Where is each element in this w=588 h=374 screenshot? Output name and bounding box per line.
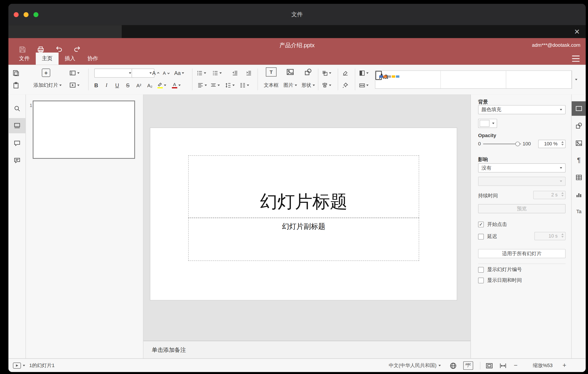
chat-button[interactable] [11, 154, 23, 166]
insert-textbox-label[interactable]: 文本框 [262, 80, 280, 90]
close-icon[interactable]: × [572, 25, 582, 38]
insert-shape-button[interactable] [301, 67, 316, 77]
slide-size-button[interactable] [359, 80, 369, 90]
decrease-indent-button[interactable] [232, 68, 238, 78]
image-settings-button[interactable] [573, 137, 585, 149]
background-fill-select[interactable]: 颜色填充 [478, 105, 566, 114]
chevron-down-icon [329, 85, 331, 86]
font-color-button[interactable]: A [172, 80, 181, 90]
transition-type-select[interactable] [478, 177, 566, 186]
language-selector[interactable]: 中文(中华人民共和国) [389, 359, 441, 372]
opacity-slider-handle[interactable] [515, 142, 520, 146]
decrease-font-size-button[interactable]: A [163, 68, 170, 78]
show-date-time-checkbox[interactable] [478, 277, 484, 283]
add-slide-label-dropdown[interactable]: 添加幻灯片 [33, 80, 62, 90]
apply-to-all-slides-button[interactable]: 适用于所有幻灯片 [478, 249, 566, 258]
theme-item-3[interactable] [506, 71, 572, 88]
slide-thumbnail-1[interactable] [33, 100, 135, 159]
align-shapes-button[interactable] [322, 80, 331, 90]
increase-font-size-button[interactable]: A [152, 68, 160, 78]
table-settings-button[interactable] [573, 171, 585, 183]
clear-style-button[interactable] [342, 68, 348, 78]
theme-item-2[interactable] [441, 71, 506, 88]
change-layout-button[interactable] [69, 68, 80, 78]
search-button[interactable] [11, 102, 23, 115]
transition-effect-select[interactable]: 没有 [478, 163, 566, 173]
horizontal-align-button[interactable] [198, 80, 207, 90]
copy-button[interactable] [12, 68, 20, 78]
delay-checkbox[interactable] [478, 233, 484, 239]
tab-insert[interactable]: 插入 [59, 53, 81, 65]
start-preview-control[interactable] [13, 359, 25, 372]
paragraph-icon: ¶ [577, 157, 581, 164]
underline-button[interactable]: U [114, 80, 121, 90]
insert-shape-label[interactable]: 形状 [301, 80, 316, 90]
change-case-button[interactable]: Aa [174, 68, 184, 78]
copy-style-button[interactable] [342, 80, 348, 90]
subscript-button[interactable]: A₂ [146, 80, 154, 90]
slides-panel-button[interactable] [8, 118, 26, 133]
numbering-button[interactable] [212, 68, 222, 78]
eraser-icon [342, 70, 348, 76]
slide-size-icon [359, 82, 365, 88]
spellcheck-button[interactable]: ABC ✓ [463, 359, 473, 372]
italic-button[interactable]: I [103, 80, 110, 90]
show-slide-number-checkbox[interactable] [478, 267, 484, 273]
spinner-arrows[interactable] [561, 233, 564, 238]
chevron-down-icon [560, 180, 562, 182]
chevron-down-icon [218, 85, 220, 86]
zoom-in-button[interactable]: + [563, 359, 566, 372]
start-slideshow-button[interactable] [69, 80, 80, 90]
shape-settings-button[interactable] [573, 120, 585, 132]
zoom-level[interactable]: 缩放%53 [526, 359, 560, 372]
arrange-shapes-button[interactable] [322, 68, 331, 78]
delay-spinner[interactable]: 10 s [534, 232, 566, 240]
fit-slide-button[interactable] [486, 359, 493, 372]
vertical-align-button[interactable] [210, 80, 220, 90]
columns-button[interactable] [240, 80, 249, 90]
font-size-combo[interactable] [132, 68, 154, 78]
paragraph-settings-button[interactable]: ¶ [573, 154, 585, 166]
hamburger-menu-icon[interactable] [572, 56, 580, 62]
zoom-out-button[interactable]: − [514, 359, 518, 372]
increase-indent-button[interactable] [246, 68, 252, 78]
tab-collaboration[interactable]: 协作 [81, 53, 104, 65]
add-slide-button[interactable]: + [42, 68, 50, 78]
strikeout-button[interactable]: S [125, 80, 131, 90]
subtitle-placeholder[interactable]: 幻灯片副标题 [188, 218, 419, 261]
bullets-button[interactable] [197, 68, 206, 78]
notes-placeholder[interactable]: 单击添加备注 [152, 341, 186, 359]
superscript-button[interactable]: A² [135, 80, 143, 90]
tab-home[interactable]: 主页 [36, 53, 59, 65]
bullet-list-icon [197, 70, 203, 76]
title-placeholder[interactable]: 幻灯片标题 [188, 155, 419, 218]
spinner-arrows[interactable] [561, 192, 564, 197]
insert-image-label[interactable]: 图片 [283, 80, 298, 90]
insert-image-button[interactable] [283, 67, 298, 77]
notes-area[interactable]: 单击添加备注 [143, 341, 471, 358]
comments-button[interactable] [11, 137, 23, 149]
insert-textbox-button[interactable]: T [262, 67, 280, 77]
preview-button[interactable]: 预览 [478, 204, 566, 213]
theme-gallery-expand-button[interactable] [575, 75, 577, 85]
color-scheme-button[interactable] [359, 68, 369, 78]
highlight-color-button[interactable] [158, 80, 166, 90]
opacity-spinner[interactable]: 100 % [538, 140, 566, 148]
set-language-button[interactable] [450, 359, 457, 372]
paste-button[interactable] [12, 80, 20, 90]
right-settings-strip: ¶ Ta [571, 94, 586, 358]
line-spacing-button[interactable] [225, 80, 235, 90]
spinner-arrows[interactable] [561, 141, 564, 146]
slide-1[interactable]: 幻灯片标题 幻灯片副标题 [150, 128, 457, 300]
start-on-click-checkbox[interactable]: ✓ [478, 221, 484, 227]
bold-button[interactable]: B [93, 80, 100, 90]
duration-spinner[interactable]: 2 s [533, 191, 566, 199]
slide-settings-button[interactable] [572, 101, 586, 116]
tab-file[interactable]: 文件 [13, 53, 36, 65]
background-color-picker[interactable] [478, 119, 497, 128]
fit-width-button[interactable] [499, 359, 506, 372]
font-name-combo[interactable] [94, 68, 134, 78]
chart-settings-button[interactable] [573, 188, 585, 201]
textart-settings-button[interactable]: Ta [573, 205, 585, 217]
theme-item-4-selected[interactable]: Aa [375, 71, 382, 80]
